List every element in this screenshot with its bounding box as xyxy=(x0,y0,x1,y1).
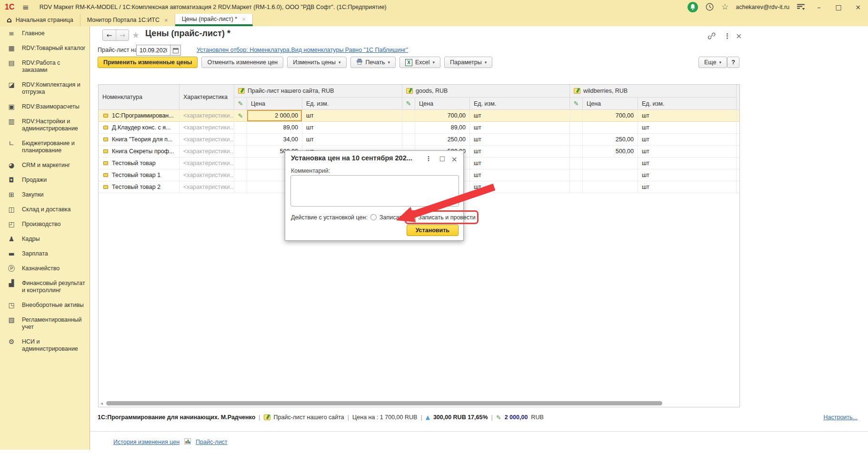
cell-site-unit[interactable]: шт xyxy=(302,110,402,122)
cell-wb-unit[interactable]: шт xyxy=(638,158,737,169)
cell-goods-price[interactable]: 89,00 xyxy=(415,122,470,134)
column-header-wb-edit-flag[interactable]: ✎ xyxy=(570,98,583,110)
cell-characteristic[interactable]: <характеристики... xyxy=(180,122,234,134)
tab-close-icon[interactable]: × xyxy=(242,16,246,23)
cancel-price-change-button[interactable]: Отменить изменение цен xyxy=(201,57,283,68)
sidebar-item-nsi[interactable]: ⚙НСИ и администрирование xyxy=(0,335,90,356)
cell-characteristic[interactable]: <характеристики... xyxy=(180,146,234,158)
dialog-close-icon[interactable]: × xyxy=(451,155,458,164)
service-menu-icon[interactable] xyxy=(797,3,806,10)
cell-goods-price[interactable]: 250,00 xyxy=(415,134,470,146)
set-prices-submit-button[interactable]: Установить xyxy=(407,225,459,236)
cell-wb-unit[interactable]: шт xyxy=(638,169,737,181)
close-window-button[interactable]: × xyxy=(852,3,864,11)
sidebar-item-rdv-settings[interactable]: ▥RDV:Настройки и администрирование xyxy=(0,114,90,136)
row-expander-icon[interactable] xyxy=(103,126,108,129)
cell-characteristic[interactable]: <характеристики... xyxy=(180,169,234,181)
cell-characteristic[interactable]: <характеристики... xyxy=(180,158,234,169)
cell-goods-unit[interactable]: шт xyxy=(470,134,570,146)
column-header-nomenclature[interactable]: Номенклатура xyxy=(99,85,180,110)
help-button[interactable]: ? xyxy=(727,57,739,68)
cell-goods-unit[interactable]: шт xyxy=(470,146,570,158)
dialog-kebab-menu-icon[interactable]: ⋮ xyxy=(425,155,432,162)
cell-wb-price[interactable] xyxy=(583,181,638,193)
comment-textarea[interactable] xyxy=(290,175,459,207)
forward-button[interactable]: → xyxy=(116,30,129,40)
cell-wb-edit-flag[interactable] xyxy=(570,122,583,134)
cell-goods-edit-flag[interactable] xyxy=(402,134,415,146)
cell-wb-edit-flag[interactable] xyxy=(570,134,583,146)
column-header-goods-edit-flag[interactable]: ✎ xyxy=(402,98,415,110)
column-header-wb-unit[interactable]: Ед. изм. xyxy=(638,98,737,110)
get-link-icon[interactable] xyxy=(708,32,716,41)
cell-goods-unit[interactable]: шт xyxy=(470,158,570,169)
cell-nomenclature[interactable]: Тестовый товар 1 xyxy=(99,169,180,181)
row-expander-icon[interactable] xyxy=(103,173,108,177)
horizontal-scrollbar[interactable]: ◂ xyxy=(100,401,738,406)
date-input[interactable] xyxy=(137,45,170,55)
cell-nomenclature[interactable]: 1С:Программирован... xyxy=(99,110,180,122)
cell-wb-edit-flag[interactable] xyxy=(570,158,583,169)
sidebar-item-regulated[interactable]: ▧Регламентированный учет xyxy=(0,313,90,335)
cell-site-edit-flag[interactable] xyxy=(234,158,247,169)
cell-wb-edit-flag[interactable] xyxy=(570,146,583,158)
table-row[interactable]: 1С:Программирован...<характеристики...✎2… xyxy=(99,110,739,122)
main-menu-icon[interactable]: ≡ xyxy=(22,2,29,12)
table-row[interactable]: Книга "Теория для п...<характеристики...… xyxy=(99,134,739,146)
more-button[interactable]: Еще ▾ xyxy=(698,57,727,68)
add-to-favorites-star-icon[interactable]: ★ xyxy=(132,30,140,40)
row-expander-icon[interactable] xyxy=(103,138,108,141)
sidebar-item-main[interactable]: ≡Главное xyxy=(0,26,90,41)
cell-wb-unit[interactable]: шт xyxy=(638,134,737,146)
cell-characteristic[interactable]: <характеристики... xyxy=(180,181,234,193)
radio-write[interactable] xyxy=(370,214,377,220)
sidebar-item-purchases[interactable]: ⊞Закупки xyxy=(0,187,90,202)
minimize-button[interactable]: – xyxy=(813,3,825,11)
history-icon[interactable] xyxy=(705,2,714,11)
cell-wb-price[interactable]: 250,00 xyxy=(583,134,638,146)
scrollbar-thumb[interactable] xyxy=(106,401,662,405)
scroll-left-arrow-icon[interactable]: ◂ xyxy=(100,401,103,406)
calendar-icon[interactable] xyxy=(170,45,180,55)
tab-portal-monitor[interactable]: Монитор Портала 1С:ИТС × xyxy=(80,14,175,26)
cell-goods-unit[interactable]: шт xyxy=(470,122,570,134)
sidebar-item-catalog[interactable]: ▦RDV:Товарный каталог xyxy=(0,41,90,56)
column-header-wb-price[interactable]: Цена xyxy=(583,98,638,110)
sidebar-item-treasury[interactable]: ⓅКазначейство xyxy=(0,261,90,276)
price-history-link[interactable]: История изменения цен xyxy=(113,439,180,445)
cell-site-price[interactable]: 34,00 xyxy=(247,134,302,146)
filter-link[interactable]: Установлен отбор: Номенклатура.Вид номен… xyxy=(197,47,408,53)
cell-goods-price[interactable]: 700,00 xyxy=(415,110,470,122)
row-expander-icon[interactable] xyxy=(103,149,108,153)
column-header-goods-unit[interactable]: Ед. изм. xyxy=(470,98,570,110)
cell-goods-unit[interactable]: шт xyxy=(470,181,570,193)
sidebar-item-settlements[interactable]: ▣RDV:Взаиморасчеты xyxy=(0,99,90,114)
cell-wb-unit[interactable]: шт xyxy=(638,181,737,193)
sidebar-item-orders[interactable]: ▤RDV:Работа с заказами xyxy=(0,56,90,78)
cell-site-price[interactable]: 2 000,00 xyxy=(247,110,302,122)
cell-wb-edit-flag[interactable] xyxy=(570,169,583,181)
cell-site-edit-flag[interactable] xyxy=(234,134,247,146)
sidebar-item-hr[interactable]: ♟Кадры xyxy=(0,232,90,246)
form-kebab-menu-icon[interactable]: ⋮ xyxy=(724,32,731,40)
sidebar-item-sales[interactable]: ◘Продажи xyxy=(0,173,90,187)
group-header-site[interactable]: Прайс-лист нашего сайта, RUB xyxy=(234,85,402,98)
cell-site-edit-flag[interactable] xyxy=(234,181,247,193)
cell-site-edit-flag[interactable] xyxy=(234,122,247,134)
radio-write-and-post[interactable] xyxy=(409,214,415,220)
cell-nomenclature[interactable]: Книга "Теория для п... xyxy=(99,134,180,146)
column-header-site-unit[interactable]: Ед. изм. xyxy=(302,98,402,110)
column-header-site-price[interactable]: Цена xyxy=(247,98,302,110)
cell-wb-price[interactable]: 700,00 xyxy=(583,110,638,122)
dialog-maximize-icon[interactable]: □ xyxy=(439,155,445,162)
cell-goods-unit[interactable]: шт xyxy=(470,110,570,122)
tab-prices-active[interactable]: Цены (прайс-лист) * × xyxy=(175,14,253,26)
sidebar-item-budgeting[interactable]: ∟Бюджетирование и планирование xyxy=(0,136,90,158)
radio-write-label[interactable]: Записать xyxy=(379,214,405,221)
cell-goods-edit-flag[interactable] xyxy=(402,110,415,122)
cell-wb-price[interactable]: 500,00 xyxy=(583,146,638,158)
radio-write-and-post-label[interactable]: Записать и провести xyxy=(418,214,475,221)
favorites-star-icon[interactable]: ☆ xyxy=(721,2,728,12)
group-header-goods[interactable]: goods, RUB xyxy=(402,85,570,98)
cell-nomenclature[interactable]: Д.Клаудер конс. с я... xyxy=(99,122,180,134)
